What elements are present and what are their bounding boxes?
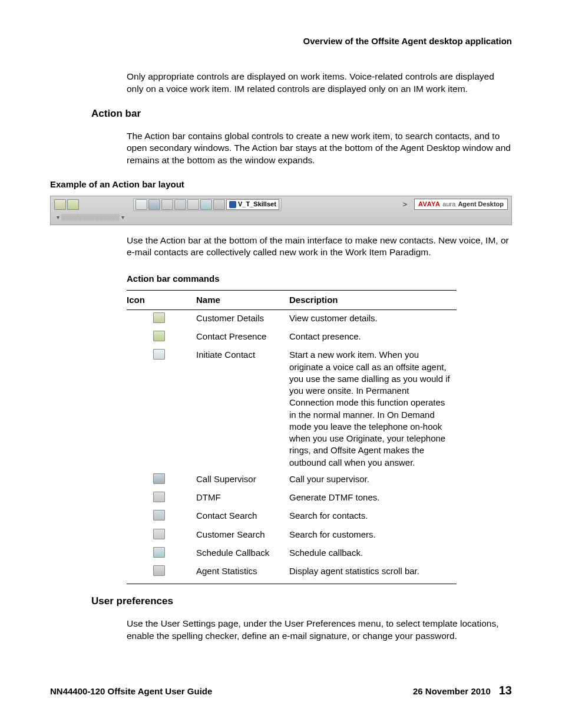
command-description: View customer details. [289, 309, 457, 328]
call-supervisor-icon [148, 199, 160, 210]
chevron-right-icon: > [398, 199, 412, 210]
th-desc: Description [289, 290, 457, 309]
table-row: Contact SearchSearch for contacts. [127, 508, 457, 526]
command-name: DTMF [196, 489, 289, 508]
cust-icon [153, 529, 165, 539]
init-icon [153, 349, 165, 360]
page-footer: NN44400-120 Offsite Agent User Guide 26 … [50, 683, 512, 699]
userprefs-paragraph: Use the User Settings page, under the Us… [127, 618, 512, 643]
command-description: Start a new work item. When you originat… [289, 347, 457, 471]
table-row: Customer SearchSearch for customers. [127, 526, 457, 545]
customer-details-icon [54, 199, 66, 210]
command-description: Schedule callback. [289, 545, 457, 563]
command-name: Customer Details [196, 309, 289, 328]
command-name: Agent Statistics [196, 563, 289, 584]
customer-search-icon [187, 199, 199, 210]
command-description: Search for contacts. [289, 508, 457, 526]
skillset-label: V_T_Skillset [238, 200, 276, 209]
userprefs-heading: User preferences [91, 595, 512, 608]
command-name: Contact Search [196, 508, 289, 526]
footer-doc: NN44400-120 Offsite Agent User Guide [50, 686, 413, 697]
brand-rest: Agent Desktop [458, 200, 504, 209]
th-name: Name [196, 290, 289, 309]
actionbar-usage-paragraph: Use the Action bar at the bottom of the … [127, 235, 512, 259]
dtmf-icon [153, 492, 165, 502]
actionbar-paragraph: The Action bar contains global controls … [127, 130, 512, 167]
command-name: Customer Search [196, 526, 289, 545]
intro-paragraph: Only appropriate controls are displayed … [127, 71, 512, 95]
cb-icon [153, 547, 165, 558]
running-head: Overview of the Offsite Agent desktop ap… [50, 35, 512, 47]
table-row: Contact PresenceContact presence. [127, 328, 457, 347]
brand-badge: AVAYA aura Agent Desktop [414, 199, 508, 210]
table-row: Initiate ContactStart a new work item. W… [127, 347, 457, 471]
command-name: Schedule Callback [196, 545, 289, 563]
command-name: Initiate Contact [196, 347, 289, 471]
actionbar-heading: Action bar [91, 107, 512, 121]
agent-statistics-icon [213, 199, 225, 210]
brand-aura: aura [442, 200, 455, 209]
table-row: Schedule CallbackSchedule callback. [127, 545, 457, 563]
actionbar-secondary-row: ▾ ░░░░░░░░░░░░░░ ▾ [54, 212, 508, 223]
stat-icon [153, 565, 165, 576]
phone-icon [229, 201, 236, 208]
footer-page: 13 [499, 683, 512, 699]
contact-search-icon [174, 199, 186, 210]
th-icon: Icon [127, 290, 196, 309]
contact-presence-icon [67, 199, 79, 210]
actionbar-example-caption: Example of an Action bar layout [50, 179, 512, 190]
cp-icon [153, 331, 165, 341]
command-name: Call Supervisor [196, 471, 289, 489]
skillset-field: V_T_Skillset [226, 199, 279, 210]
brand-avaya: AVAYA [418, 200, 440, 209]
initiate-contact-icon [135, 199, 147, 210]
cd-icon [153, 312, 165, 323]
table-row: Call SupervisorCall your supervisor. [127, 471, 457, 489]
actionbar-screenshot: V_T_Skillset > AVAYA aura Agent Desktop … [50, 196, 512, 225]
table-row: Agent StatisticsDisplay agent statistics… [127, 563, 457, 584]
dtmf-icon [161, 199, 173, 210]
table-row: DTMFGenerate DTMF tones. [127, 489, 457, 508]
schedule-callback-icon [200, 199, 212, 210]
sup-icon [153, 473, 165, 484]
commands-table: Icon Name Description Customer DetailsVi… [127, 290, 457, 585]
command-description: Call your supervisor. [289, 471, 457, 489]
command-description: Generate DTMF tones. [289, 489, 457, 508]
command-description: Contact presence. [289, 328, 457, 347]
srch-icon [153, 510, 165, 521]
table-row: Customer DetailsView customer details. [127, 309, 457, 328]
commands-caption: Action bar commands [127, 273, 512, 285]
footer-date: 26 November 2010 [413, 686, 491, 697]
command-description: Display agent statistics scroll bar. [289, 563, 457, 584]
command-name: Contact Presence [196, 328, 289, 347]
command-description: Search for customers. [289, 526, 457, 545]
